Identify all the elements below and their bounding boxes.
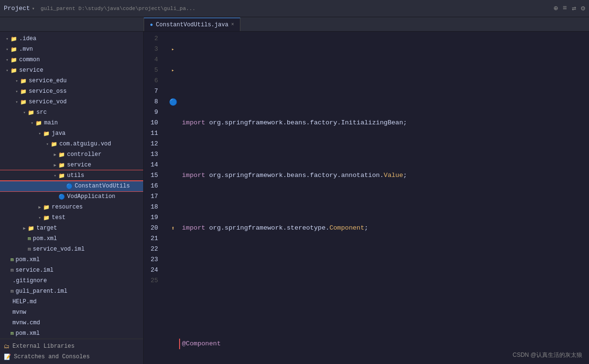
label-resources: resources (52, 204, 83, 210)
folder-icon-vod: 📁 (20, 99, 27, 105)
line-num-20: 20 (144, 223, 162, 233)
arrow-utils: ▾ (52, 173, 58, 178)
add-icon[interactable]: ⊕ (554, 4, 558, 13)
folder-icon-src: 📁 (28, 110, 34, 116)
arrow-main: ▾ (29, 121, 35, 126)
sidebar-item-service-vod[interactable]: ▾ 📁 service_vod (0, 97, 143, 107)
sidebar-item-com-atguigu-vod[interactable]: ▾ 📁 com.atguigu.vod (0, 139, 143, 149)
gutter-15 (168, 170, 178, 181)
sidebar-item-mvn[interactable]: ▾ 📁 .mvn (0, 44, 143, 55)
arrow-idea: ▾ (4, 36, 11, 42)
scratches-icon: 📝 (4, 353, 11, 361)
arrow-com: ▾ (44, 142, 51, 147)
code-line-5: import org.springframework.stereotype.Co… (182, 223, 589, 233)
sidebar-item-scratches[interactable]: 📝 Scratches and Consoles (0, 352, 143, 362)
sidebar-item-help[interactable]: HELP.md (0, 297, 143, 307)
sidebar-item-common[interactable]: ▾ 📁 common (0, 55, 143, 65)
sidebar-item-external-libraries[interactable]: 🗂 External Libraries (0, 341, 143, 352)
label-mvnw: mvnw (12, 309, 26, 316)
label-test: test (52, 214, 66, 221)
sidebar-item-service-edu[interactable]: ▾ 📁 service_edu (0, 76, 143, 86)
tab-constantvodutils[interactable]: ● ConstantVodUtils.java × (144, 18, 240, 31)
sidebar-item-service-iml[interactable]: m service.iml (0, 265, 143, 276)
tab-close-button[interactable]: × (231, 22, 234, 27)
sidebar-item-main[interactable]: ▾ 📁 main (0, 118, 143, 128)
sidebar-item-service[interactable]: ▾ 📁 service (0, 65, 143, 76)
settings-icon[interactable]: ⚙ (581, 4, 585, 13)
sidebar-item-guli-parent-iml[interactable]: m guli_parent.iml (0, 286, 143, 297)
arrow-service: ▾ (4, 68, 11, 73)
code-editor[interactable]: 2 3 4 5 6 7 8 9 10 11 12 13 14 15 16 17 … (144, 32, 589, 364)
gutter-3[interactable]: ▸ (168, 44, 178, 55)
folder-icon-service-sub: 📁 (58, 162, 65, 168)
watermark: CSDN @认真生活的灰太狼 (512, 351, 582, 359)
code-line-6 (182, 276, 589, 286)
top-bar: Project ▾ guli_parent D:\study\java\code… (0, 0, 589, 17)
sidebar-item-controller[interactable]: ▶ 📁 controller (0, 149, 143, 160)
sidebar-item-utils[interactable]: ▾ 📁 utils (0, 170, 143, 181)
sidebar-item-idea[interactable]: ▾ 📁 .idea (0, 33, 143, 44)
arrow-target: ▶ (21, 226, 28, 231)
sidebar-item-service-oss[interactable]: ▾ 📁 service_oss (0, 86, 143, 97)
sidebar-item-target[interactable]: ▶ 📁 target (0, 223, 143, 233)
tab-file-icon: ● (150, 22, 153, 28)
external-libraries-label: External Libraries (12, 343, 75, 350)
line-num-2: 2 (144, 33, 162, 44)
gutter-11 (168, 128, 178, 139)
arrow-mvn: ▾ (4, 47, 11, 52)
sidebar-item-service-vod-iml[interactable]: m service_vod.iml (0, 244, 143, 254)
gutter-13 (168, 149, 178, 160)
line-num-23: 23 (144, 254, 162, 265)
sidebar-item-pom-vod[interactable]: m pom.xml (0, 233, 143, 244)
label-common: common (19, 56, 40, 63)
gutter-5[interactable]: ▸ (168, 65, 178, 76)
sidebar-item-java[interactable]: ▾ 📁 java (0, 128, 143, 139)
arrow-src: ▾ (21, 110, 28, 115)
arrow-edu: ▾ (13, 78, 20, 84)
gutter-10 (168, 118, 178, 128)
label-java: java (52, 130, 66, 137)
line-num-8: 8 (144, 97, 162, 107)
gutter-20[interactable]: ⬆ (168, 223, 178, 233)
sidebar-item-gitignore[interactable]: .gitignore (0, 276, 143, 286)
sidebar-item-resources[interactable]: ▶ 📁 resources (0, 202, 143, 212)
label-pom-parent: pom.xml (16, 330, 40, 337)
gutter-6 (168, 76, 178, 86)
project-title[interactable]: Project (4, 5, 30, 12)
code-area: 2 3 4 5 6 7 8 9 10 11 12 13 14 15 16 17 … (144, 32, 589, 364)
sidebar-item-vodapplication[interactable]: 🔵 VodApplication (0, 191, 143, 202)
folder-icon-resources: 📁 (43, 204, 50, 210)
code-line-3: import org.springframework.beans.factory… (182, 118, 589, 128)
gutter-14 (168, 160, 178, 170)
gutter-25 (168, 276, 178, 286)
list-icon[interactable]: ≡ (563, 4, 567, 12)
xml-icon-pom-root: m (11, 257, 14, 263)
tab-label: ConstantVodUtils.java (156, 22, 228, 28)
gutter-12 (168, 139, 178, 149)
sidebar-item-src[interactable]: ▾ 📁 src (0, 107, 143, 118)
folder-icon-test: 📁 (43, 215, 50, 221)
sidebar-item-pom-parent[interactable]: m pom.xml (0, 328, 143, 339)
label-gitignore: .gitignore (12, 277, 47, 284)
gutter-21 (168, 233, 178, 244)
line-num-6: 6 (144, 76, 162, 86)
sync-icon[interactable]: ⇄ (572, 4, 576, 13)
project-tree: ▾ 📁 .idea ▾ 📁 .mvn ▾ 📁 common ▾ 📁 servic… (0, 32, 143, 339)
label-mvnw-cmd: mvnw.cmd (12, 320, 40, 326)
folder-icon-main: 📁 (35, 120, 42, 126)
main-content: ▾ 📁 .idea ▾ 📁 .mvn ▾ 📁 common ▾ 📁 servic… (0, 32, 589, 364)
line-num-11: 11 (144, 128, 162, 139)
sidebar-item-mvnw[interactable]: mvnw (0, 307, 143, 318)
gutter-8[interactable]: 🔵 (168, 97, 178, 107)
code-line-7: @Component (179, 339, 589, 349)
iml-icon-vodservice: m (28, 246, 31, 252)
sidebar-item-mvnw-cmd[interactable]: mvnw.cmd (0, 318, 143, 328)
code-line-4: import org.springframework.beans.factory… (182, 170, 589, 181)
dropdown-icon: ▾ (32, 6, 35, 11)
sidebar-item-constantvodutils[interactable]: 🔵 ConstantVodUtils (0, 181, 143, 191)
sidebar-item-service-sub[interactable]: ▶ 📁 service (0, 160, 143, 170)
folder-icon-edu: 📁 (20, 78, 27, 84)
label-src: src (36, 109, 47, 116)
sidebar-item-test[interactable]: ▾ 📁 test (0, 212, 143, 223)
sidebar-item-pom-root[interactable]: m pom.xml (0, 254, 143, 265)
